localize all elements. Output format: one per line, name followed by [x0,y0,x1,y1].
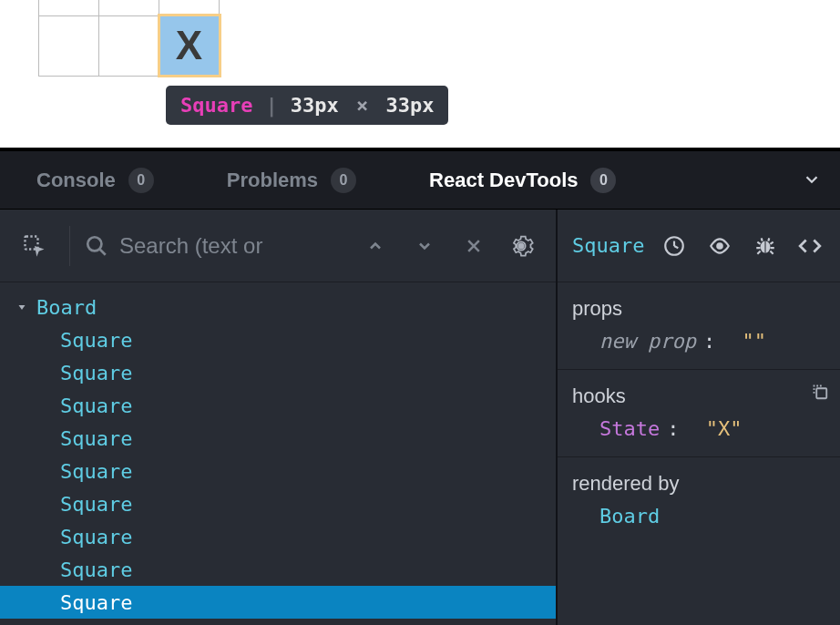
component-name: Square [60,493,132,516]
chevron-down-icon[interactable] [802,169,822,190]
board-cell-highlighted[interactable]: X [159,15,220,76]
tooltip-dimensions: 33px × 33px [291,94,435,117]
prop-value: "" [742,330,766,353]
components-tree[interactable]: BoardSquareSquareSquareSquareSquareSquar… [0,282,556,625]
tooltip-width: 33px [291,94,339,117]
search-wrap [85,233,348,259]
next-match-icon[interactable] [405,226,445,266]
component-name: Square [60,394,132,417]
component-name: Square [60,460,132,483]
tab-console[interactable]: Console 0 [36,168,154,193]
component-name: Square [60,558,132,581]
tab-label: React DevTools [429,169,578,192]
tictactoe-board: X [38,0,220,77]
cell-value: X [176,23,202,67]
board-cell[interactable] [39,15,99,76]
devtools: Console 0 Problems 0 React DevTools 0 [0,148,840,625]
details-header: Square [558,210,840,282]
disclosure-triangle-icon[interactable] [16,302,33,312]
tree-row-child[interactable]: Square [0,422,556,455]
tree-row-child[interactable]: Square [0,323,556,356]
tree-row-child[interactable]: Square [0,455,556,487]
tree-row-child[interactable]: Square [0,487,556,520]
hook-row[interactable]: State: "X" [572,417,825,440]
svg-point-5 [518,242,525,249]
tree-row-child[interactable]: Square [0,586,556,619]
hooks-section: hooks State: "X" [558,370,840,457]
prop-key: new prop [599,330,696,353]
components-tree-panel: BoardSquareSquareSquareSquareSquareSquar… [0,210,558,625]
component-name: Square [60,526,132,548]
inspect-element-icon[interactable] [15,226,55,266]
search-nav [355,226,494,266]
inspect-dom-icon[interactable] [704,231,735,261]
tree-row-child[interactable]: Square [0,553,556,586]
search-icon [85,234,108,258]
tab-react-devtools[interactable]: React DevTools 0 [429,168,616,193]
toolbar-divider [69,226,70,266]
component-name: Square [60,591,132,614]
rendered-by-section: rendered by Board [558,457,840,544]
svg-marker-6 [19,305,26,310]
tab-label: Problems [227,169,318,192]
tab-badge: 0 [331,168,356,193]
component-name: Board [36,296,97,319]
board-cell[interactable] [99,0,159,15]
tree-row-root[interactable]: Board [0,291,556,323]
tree-toolbar [0,210,556,282]
tab-badge: 0 [128,168,154,193]
hook-value: "X" [706,417,743,440]
tooltip-separator: | [265,94,277,117]
selected-component-name: Square [572,234,644,257]
svg-line-2 [99,249,106,255]
section-heading: hooks [572,384,825,408]
close-icon[interactable] [454,226,494,266]
tree-row-child[interactable]: Square [0,520,556,553]
tree-row-child[interactable]: Square [0,389,556,422]
expand-hooks-icon[interactable] [809,381,829,401]
colon: : [667,417,679,440]
view-source-icon[interactable] [794,231,825,261]
new-prop-row[interactable]: new prop : "" [572,330,825,353]
prev-match-icon[interactable] [355,226,395,266]
component-name: Square [60,427,132,450]
rendered-by-parent[interactable]: Board [572,505,825,528]
page-preview: X Square | 33px × 33px [0,0,840,148]
tab-problems[interactable]: Problems 0 [227,168,356,193]
section-heading: rendered by [572,472,825,496]
tooltip-times: × [351,94,374,117]
devtools-tabbar: Console 0 Problems 0 React DevTools 0 [0,151,840,210]
svg-point-1 [87,237,101,251]
tab-label: Console [36,169,116,192]
bug-icon[interactable] [750,231,781,261]
section-heading: props [572,297,825,321]
board-cell[interactable] [159,0,220,15]
gear-icon[interactable] [501,226,541,266]
tree-row-child[interactable]: Square [0,356,556,389]
props-section: props new prop : "" [558,282,840,370]
svg-line-9 [674,246,678,248]
colon: : [703,330,715,353]
component-name: Square [60,362,132,384]
component-name: Square [60,329,132,352]
svg-point-10 [716,242,723,250]
board-cell[interactable] [99,15,159,76]
search-input[interactable] [119,233,292,259]
hook-key: State [599,417,660,440]
component-details-panel: Square props new prop : [558,210,840,625]
inspect-tooltip: Square | 33px × 33px [166,86,448,125]
tooltip-component-name: Square [180,94,252,117]
suspend-icon[interactable] [660,231,691,261]
svg-rect-13 [816,388,826,398]
tooltip-height: 33px [385,94,434,117]
tab-badge: 0 [590,168,616,193]
board-cell[interactable] [39,0,99,15]
